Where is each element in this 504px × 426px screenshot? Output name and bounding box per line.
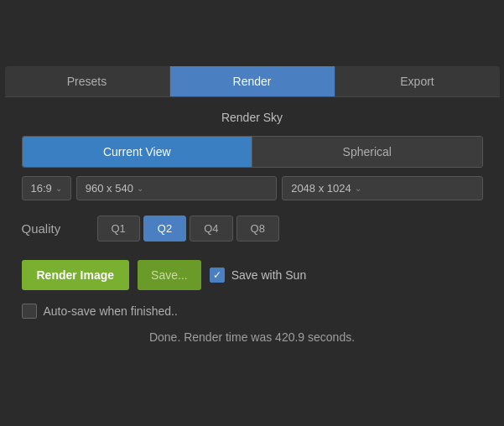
quality-q1-button[interactable]: Q1 — [97, 216, 140, 242]
action-row: Render Image Save... ✓ Save with Sun — [22, 260, 483, 290]
render-image-button[interactable]: Render Image — [22, 260, 130, 290]
status-text: Done. Render time was 420.9 seconds. — [22, 330, 483, 344]
section-title: Render Sky — [22, 111, 483, 124]
auto-save-checkbox[interactable] — [22, 304, 37, 319]
quality-label: Quality — [22, 221, 89, 236]
spherical-resolution-select[interactable]: 2048 x 1024 ⌄ — [282, 176, 482, 200]
save-with-sun-container: ✓ Save with Sun — [210, 268, 307, 283]
spherical-res-chevron-icon: ⌄ — [355, 184, 361, 193]
aspect-chevron-icon: ⌄ — [55, 184, 62, 193]
save-with-sun-label: Save with Sun — [231, 268, 307, 282]
spherical-button[interactable]: Spherical — [252, 137, 482, 167]
current-view-button[interactable]: Current View — [23, 137, 252, 167]
quality-buttons: Q1 Q2 Q4 Q8 — [97, 216, 279, 242]
checkmark-icon: ✓ — [213, 270, 221, 280]
view-mode-selector: Current View Spherical — [22, 136, 483, 168]
current-res-chevron-icon: ⌄ — [137, 184, 143, 193]
current-resolution-value: 960 x 540 — [86, 182, 133, 195]
quality-q2-button[interactable]: Q2 — [143, 216, 186, 242]
tab-render[interactable]: Render — [170, 66, 335, 96]
save-button[interactable]: Save... — [138, 260, 201, 290]
tab-export[interactable]: Export — [335, 66, 500, 96]
aspect-ratio-value: 16:9 — [31, 182, 52, 195]
auto-save-row: Auto-save when finished.. — [22, 304, 483, 319]
aspect-ratio-select[interactable]: 16:9 ⌄ — [22, 176, 71, 200]
quality-q8-button[interactable]: Q8 — [236, 216, 279, 242]
save-with-sun-checkbox[interactable]: ✓ — [210, 268, 225, 283]
tab-presets[interactable]: Presets — [5, 66, 170, 96]
panel-content: Render Sky Current View Spherical 16:9 ⌄… — [5, 97, 500, 361]
resolution-row: 16:9 ⌄ 960 x 540 ⌄ 2048 x 1024 ⌄ — [22, 176, 483, 200]
current-resolution-select[interactable]: 960 x 540 ⌄ — [76, 176, 277, 200]
spherical-resolution-value: 2048 x 1024 — [291, 182, 351, 195]
main-panel: Presets Render Export Render Sky Current… — [5, 66, 500, 361]
auto-save-label: Auto-save when finished.. — [44, 304, 178, 318]
quality-row: Quality Q1 Q2 Q4 Q8 — [22, 216, 483, 242]
quality-q4-button[interactable]: Q4 — [190, 216, 232, 242]
tab-bar: Presets Render Export — [5, 66, 500, 97]
